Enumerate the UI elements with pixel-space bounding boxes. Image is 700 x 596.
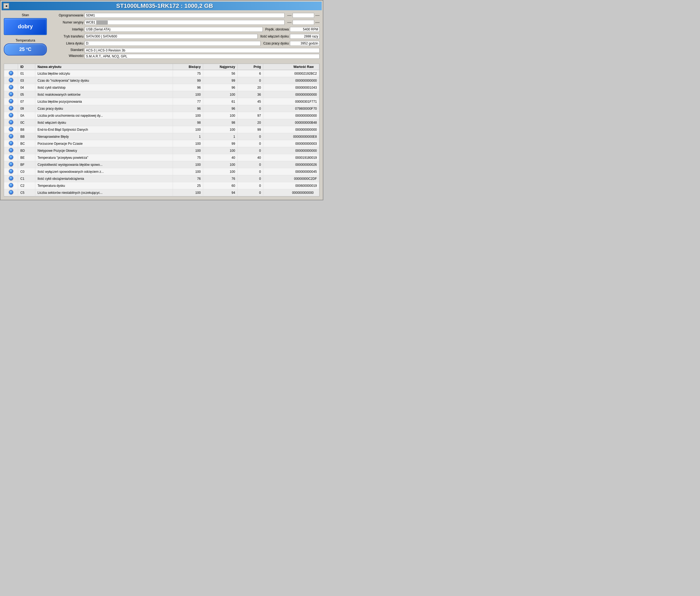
temperatura-box: 25 °C bbox=[4, 43, 47, 55]
status-dot-cell bbox=[4, 133, 18, 140]
row-raw: 000000000045 bbox=[263, 168, 319, 175]
dash-box-2 bbox=[293, 20, 314, 25]
row-biezacy: 76 bbox=[173, 175, 203, 182]
status-dot-icon bbox=[9, 155, 13, 159]
status-dot-icon bbox=[9, 78, 13, 82]
temperatura-label: Temperatura bbox=[4, 38, 47, 42]
row-najgorszy: 100 bbox=[203, 112, 237, 119]
col-header-prog[interactable]: Próg bbox=[237, 64, 263, 70]
row-prog: 0 bbox=[237, 133, 263, 140]
col-header-najgorszy[interactable]: Najgorszy bbox=[203, 64, 237, 70]
status-dot-icon bbox=[9, 183, 13, 187]
row-biezacy: 100 bbox=[173, 168, 203, 175]
back-button[interactable]: ◄ bbox=[3, 3, 9, 9]
row-biezacy: 100 bbox=[173, 189, 203, 196]
numer-seryjny-label: Numer seryjny bbox=[50, 21, 85, 24]
table-row[interactable]: 0C Ilość włączeń dysku 98 98 20 00000000… bbox=[4, 119, 319, 126]
row-prog: 0 bbox=[237, 168, 263, 175]
col-header-name[interactable]: Nazwa atrybutu bbox=[35, 64, 173, 70]
row-prog: 0 bbox=[237, 140, 263, 147]
table-row[interactable]: 0A Liczba prób uruchomienia osi napędowe… bbox=[4, 112, 319, 119]
litera-dysku-label: Litera dysku bbox=[50, 42, 85, 45]
numer-seryjny-value: WCB1 █████ bbox=[85, 20, 285, 25]
row-id: BD bbox=[18, 147, 35, 154]
table-row[interactable]: C0 Ilość wyłączeń spowodowanych odcięcie… bbox=[4, 168, 319, 175]
row-biezacy: 77 bbox=[173, 98, 203, 105]
row-prog: 20 bbox=[237, 119, 263, 126]
row-biezacy: 100 bbox=[173, 126, 203, 133]
table-row[interactable]: C1 Ilość cykli obciążenia/odciążenia 76 … bbox=[4, 175, 319, 182]
status-dot-icon bbox=[9, 169, 13, 173]
table-row[interactable]: 07 Liczba błędów pozycjonowania 77 61 45… bbox=[4, 98, 319, 105]
info-panel: Oprogramowanie SDM1 ---- ---- Numer sery… bbox=[50, 13, 319, 60]
row-najgorszy: 100 bbox=[203, 91, 237, 98]
table-scroll[interactable]: ID Nazwa atrybutu Bieżący Najgorszy Próg… bbox=[4, 64, 319, 196]
table-row[interactable]: C2 Temperatura dysku 25 60 0 00060000001… bbox=[4, 182, 319, 189]
row-id: C2 bbox=[18, 182, 35, 189]
table-row[interactable]: 04 Ilość cykli start/stop 96 96 20 00000… bbox=[4, 84, 319, 91]
table-row[interactable]: C5 Liczba sektorów niestabilnych (oczeku… bbox=[4, 189, 319, 196]
row-raw: 00000000000E8 bbox=[263, 133, 319, 140]
status-dot-cell bbox=[4, 77, 18, 84]
row-raw: 079800000F70 bbox=[263, 105, 319, 112]
row-id: 04 bbox=[18, 84, 35, 91]
tryb-transferu-label: Tryb transferu bbox=[50, 34, 85, 38]
row-najgorszy: 99 bbox=[203, 77, 237, 84]
row-najgorszy: 60 bbox=[203, 182, 237, 189]
row-biezacy: 100 bbox=[173, 161, 203, 168]
dash1: ---- bbox=[287, 14, 291, 17]
table-row[interactable]: 01 Liczba błędów odczytu 75 56 6 0000021… bbox=[4, 70, 319, 77]
col-header-biezacy[interactable]: Bieżący bbox=[173, 64, 203, 70]
table-row[interactable]: 05 Ilość realokowanych sektorów 100 100 … bbox=[4, 91, 319, 98]
col-header-raw[interactable]: Wartość Raw bbox=[263, 64, 319, 70]
row-biezacy: 96 bbox=[173, 105, 203, 112]
status-dot-icon bbox=[9, 176, 13, 180]
status-dot-icon bbox=[9, 92, 13, 96]
row-prog: 6 bbox=[237, 70, 263, 77]
row-name: Liczba prób uruchomienia osi napędowej d… bbox=[35, 112, 173, 119]
row-biezacy: 1 bbox=[173, 133, 203, 140]
smart-table: ID Nazwa atrybutu Bieżący Najgorszy Próg… bbox=[4, 64, 319, 196]
table-row[interactable]: 09 Czas pracy dysku 96 96 0 079800000F70 bbox=[4, 105, 319, 112]
col-header-id[interactable]: ID bbox=[18, 64, 35, 70]
row-name: Czas do "rozkręcenia" talerzy dysku bbox=[35, 77, 173, 84]
row-prog: 0 bbox=[237, 182, 263, 189]
row-name: Liczba sektorów niestabilnych (oczekując… bbox=[35, 189, 173, 196]
status-dot-icon bbox=[9, 190, 13, 194]
row-prog: 20 bbox=[237, 84, 263, 91]
row-najgorszy: 61 bbox=[203, 98, 237, 105]
table-row[interactable]: BF Częstotliwość występowania błędów spo… bbox=[4, 161, 319, 168]
row-name: Liczba błędów pozycjonowania bbox=[35, 98, 173, 105]
table-row[interactable]: B8 End-to-End Błąd Spójności Danych 100 … bbox=[4, 126, 319, 133]
standard-value: ACS-3 | ACS-3 Revision 3b bbox=[85, 48, 319, 53]
status-dot-cell bbox=[4, 91, 18, 98]
row-prog: 0 bbox=[237, 147, 263, 154]
row-biezacy: 75 bbox=[173, 70, 203, 77]
status-dot-cell bbox=[4, 84, 18, 91]
table-row[interactable]: 03 Czas do "rozkręcenia" talerzy dysku 9… bbox=[4, 77, 319, 84]
row-id: BE bbox=[18, 154, 35, 161]
row-prog: 0 bbox=[237, 77, 263, 84]
table-header-row: ID Nazwa atrybutu Bieżący Najgorszy Próg… bbox=[4, 64, 319, 70]
row-biezacy: 99 bbox=[173, 77, 203, 84]
row-prog: 0 bbox=[237, 189, 263, 196]
status-dot-icon bbox=[9, 71, 13, 75]
czas-pracy-label: Czas pracy dysku bbox=[263, 42, 289, 45]
row-prog: 40 bbox=[237, 154, 263, 161]
table-row[interactable]: BC Porzucone Operacje Po Czasie 100 99 0… bbox=[4, 140, 319, 147]
row-name: Częstotliwość występowania błędów spowo.… bbox=[35, 161, 173, 168]
row-raw: 000000000B48 bbox=[263, 119, 319, 126]
row-prog: 0 bbox=[237, 161, 263, 168]
row-name: Ilość cykli obciążenia/odciążenia bbox=[35, 175, 173, 182]
row-name: Porzucone Operacje Po Czasie bbox=[35, 140, 173, 147]
table-row[interactable]: BE Temperatura "przepływu powietrza" 75 … bbox=[4, 154, 319, 161]
status-dot-cell bbox=[4, 175, 18, 182]
table-row[interactable]: BD Nietypowe Pozycje Głowicy 100 100 0 0… bbox=[4, 147, 319, 154]
status-dot-cell bbox=[4, 182, 18, 189]
dash4: ---- bbox=[315, 21, 319, 24]
table-row[interactable]: BB Nienaprawialne Błędy 1 1 0 0000000000… bbox=[4, 133, 319, 140]
dash-box-1 bbox=[293, 13, 314, 18]
smart-table-body: 01 Liczba błędów odczytu 75 56 6 0000021… bbox=[4, 70, 319, 196]
row-najgorszy: 99 bbox=[203, 140, 237, 147]
row-name: Liczba błędów odczytu bbox=[35, 70, 173, 77]
